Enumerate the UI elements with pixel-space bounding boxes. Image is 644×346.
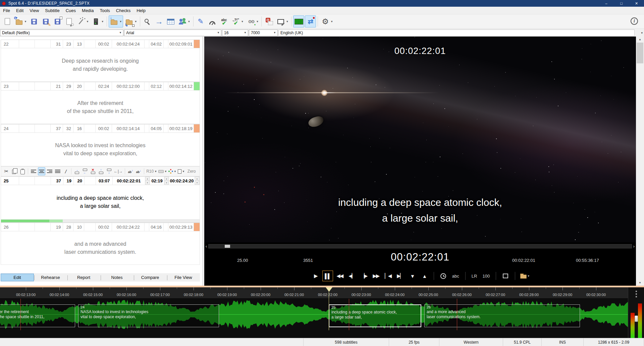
preset-select[interactable]: Default (Netflix)▼ bbox=[0, 30, 123, 36]
next-subtitle-button[interactable]: ▶▏ bbox=[395, 271, 406, 281]
tab-notes[interactable]: Notes bbox=[100, 274, 133, 281]
playhead-marker[interactable] bbox=[326, 287, 332, 292]
waveform-area[interactable]: 23After the retirementof the space shutt… bbox=[0, 299, 628, 330]
scroll-up-icon[interactable]: ▲ bbox=[636, 37, 644, 42]
chevron-down-icon[interactable]: ▼ bbox=[86, 20, 89, 23]
sync-mode-button[interactable]: ⇄ bbox=[305, 15, 316, 27]
goto-subtitle-button[interactable]: → bbox=[154, 15, 165, 27]
chevron-down-icon[interactable]: ▼ bbox=[24, 20, 27, 23]
timeline-subtitle-block-24[interactable]: 24NASA looked to invest in technologiesv… bbox=[78, 304, 219, 327]
timecode-spinner[interactable]: ▲▼ bbox=[145, 177, 150, 185]
batch-checks-button[interactable]: ⚙⚙●▼ bbox=[245, 15, 260, 27]
volume-level-button[interactable]: 100 bbox=[480, 274, 492, 279]
import-subtitle-button[interactable]: ↓▼ bbox=[109, 15, 123, 27]
menu-tools[interactable]: Tools bbox=[97, 7, 113, 14]
frame-back-button[interactable]: ◀▏ bbox=[346, 271, 357, 281]
save-copy-button[interactable] bbox=[52, 15, 63, 27]
subtitle-row-header-25[interactable]: 2537192003:0700:02:22:01▲▼02:19▲▼00:02:2… bbox=[1, 176, 200, 185]
new-document-button[interactable] bbox=[2, 15, 13, 27]
subtitle-row-header-23[interactable]: 2321292002:2400:02:12:0002:1200:02:14:12 bbox=[1, 82, 200, 91]
align-justify-icon[interactable] bbox=[54, 167, 61, 175]
menu-file[interactable]: File bbox=[0, 7, 13, 14]
language-select[interactable]: English (UK) bbox=[278, 30, 635, 36]
menu-cues[interactable]: Cues bbox=[63, 7, 79, 14]
timer-icon[interactable] bbox=[438, 271, 449, 281]
chevron-down-icon[interactable]: ▼ bbox=[135, 20, 137, 23]
menu-view[interactable]: View bbox=[26, 7, 42, 14]
menu-help[interactable]: Help bbox=[133, 7, 149, 14]
tab-rehearse[interactable]: Rehearse bbox=[34, 274, 67, 281]
tab-report[interactable]: Report bbox=[67, 274, 100, 281]
info-icon[interactable]: i bbox=[631, 17, 638, 25]
audio-waveform-button[interactable] bbox=[293, 15, 304, 27]
font-size-select[interactable]: 16▼ bbox=[222, 30, 248, 36]
menu-media[interactable]: Media bbox=[79, 7, 97, 14]
subtitle-row-header-26[interactable]: 2619281000:0200:02:24:2204:1600:02:29:13 bbox=[1, 223, 200, 231]
rewind-button[interactable]: ◀◀ bbox=[334, 271, 345, 281]
timeline-subtitle-block-25[interactable]: 25including a deep space atomic clock,a … bbox=[329, 304, 421, 327]
subtitle-text-25[interactable]: including a deep space atomic clock,a la… bbox=[1, 185, 200, 220]
font-select[interactable]: Arial▼ bbox=[124, 30, 221, 36]
box-style-dropdown[interactable]: ▼ bbox=[158, 167, 167, 175]
copy-icon[interactable] bbox=[11, 167, 18, 175]
media-server-button[interactable]: ▼ bbox=[91, 15, 105, 27]
display-settings-button[interactable]: ▼ bbox=[275, 15, 289, 27]
meter-menu-icon[interactable] bbox=[636, 291, 637, 292]
subtitle-visibility-button[interactable]: abc bbox=[450, 274, 461, 279]
vertical-scrollbar[interactable]: ▲ ▼ bbox=[636, 37, 644, 286]
maximize-button[interactable]: □ bbox=[614, 0, 629, 7]
cue-up-icon[interactable]: ↑ bbox=[97, 167, 105, 175]
cue-out-button[interactable]: ▼ bbox=[407, 271, 418, 281]
scrollbar-thumb[interactable] bbox=[637, 43, 643, 63]
menu-edit[interactable]: Edit bbox=[13, 7, 26, 14]
align-center-icon[interactable] bbox=[38, 167, 45, 175]
clear-cue-icon[interactable]: ✕ bbox=[89, 167, 97, 175]
chevron-down-icon[interactable]: ▼ bbox=[119, 20, 122, 23]
save-as-button[interactable]: ✎ bbox=[40, 15, 51, 27]
previous-subtitle-button[interactable]: ▏◀ bbox=[383, 271, 393, 281]
open-media-button[interactable]: ▼ bbox=[519, 271, 530, 281]
italic-icon[interactable]: / bbox=[62, 167, 69, 175]
spellcheck-button[interactable]: abc✔ bbox=[219, 15, 230, 27]
toolbar-options-chevron-icon[interactable]: ▾ bbox=[641, 31, 643, 35]
menu-checks[interactable]: Checks bbox=[113, 7, 133, 14]
export-subtitle-button[interactable]: ↳▼ bbox=[124, 15, 138, 27]
chevron-down-icon[interactable]: ▼ bbox=[330, 20, 333, 23]
paste-icon[interactable] bbox=[19, 167, 26, 175]
text-up-icon[interactable]: ab↑ bbox=[127, 167, 134, 175]
edit-text-button[interactable]: ✎ bbox=[195, 15, 206, 27]
subtitle-row-header-22[interactable]: 2231231300:0200:02:04:2404:0200:02:09:01 bbox=[1, 40, 200, 48]
magic-wand-button[interactable]: ▼ bbox=[75, 15, 90, 27]
stretch-cue-icon[interactable]: ←|→ bbox=[113, 167, 123, 175]
menu-subtitle[interactable]: Subtitle bbox=[42, 7, 62, 14]
link-document-button[interactable] bbox=[64, 15, 75, 27]
punctuation-check-button[interactable]: .,?!”✔▼ bbox=[230, 15, 245, 27]
screen-capture-button[interactable]: O bbox=[263, 15, 274, 27]
color-dropdown[interactable]: ▼ bbox=[168, 167, 177, 175]
pause-button[interactable]: ▌▌ bbox=[322, 271, 333, 281]
seek-right-icon[interactable]: › bbox=[632, 244, 636, 249]
chevron-down-icon[interactable]: ▼ bbox=[286, 20, 288, 23]
timeline-ruler[interactable]: 00:02:13:0000:02:14:0000:02:15:0000:02:1… bbox=[0, 287, 628, 299]
tab-edit[interactable]: Edit bbox=[1, 274, 34, 281]
open-file-button[interactable]: ⟳▼ bbox=[13, 15, 28, 27]
r10-dropdown[interactable]: R10▼ bbox=[146, 167, 157, 175]
cue-in-button[interactable]: ▲ bbox=[419, 271, 430, 281]
fit-screen-button[interactable] bbox=[500, 271, 511, 281]
timeline-subtitle-block-23[interactable]: 23After the retirementof the space shutt… bbox=[0, 304, 75, 327]
cut-icon[interactable]: ✂ bbox=[3, 167, 10, 175]
subtitle-row-header-24[interactable]: 2437321600:0200:02:14:1404:0500:02:18:19 bbox=[1, 124, 200, 133]
in-cue-left-icon[interactable]: ← bbox=[81, 167, 89, 175]
tab-file-view[interactable]: File View bbox=[167, 274, 200, 281]
timecode-spinner[interactable]: ▲▼ bbox=[195, 177, 200, 185]
chevron-down-icon[interactable]: ▼ bbox=[241, 20, 244, 23]
video-seek-bar[interactable] bbox=[208, 244, 632, 248]
fast-forward-button[interactable]: ▶▶ bbox=[371, 271, 381, 281]
cue-down-icon[interactable]: ↓ bbox=[105, 167, 113, 175]
tab-compare[interactable]: Compare bbox=[133, 274, 167, 281]
save-button[interactable] bbox=[29, 15, 40, 27]
close-button[interactable]: ✕ bbox=[629, 0, 644, 7]
minimize-button[interactable]: – bbox=[599, 0, 614, 7]
timecode-spinner[interactable]: ▲▼ bbox=[164, 177, 169, 185]
text-down-icon[interactable]: ab↓ bbox=[135, 167, 142, 175]
